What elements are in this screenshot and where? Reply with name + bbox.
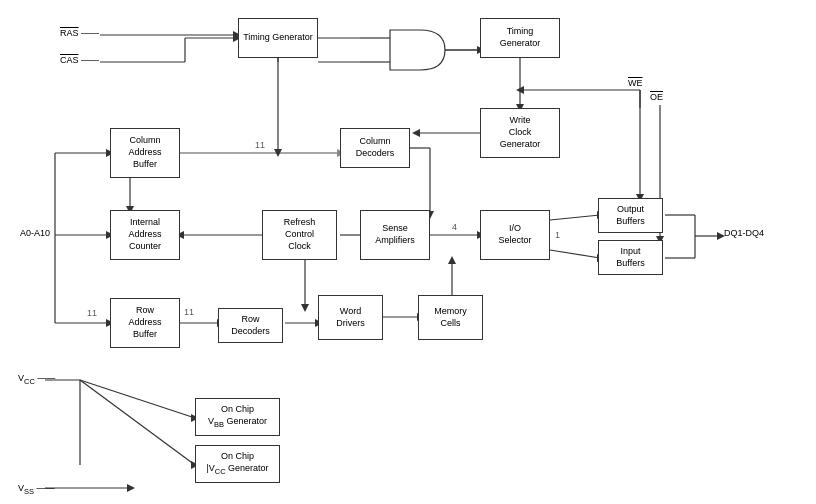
vss-label: VSS —— (18, 483, 55, 497)
svg-text:1: 1 (555, 230, 560, 240)
we-label: WE (628, 78, 643, 90)
onchip-vcc-generator: On Chip|VCC Generator (195, 445, 280, 483)
row-address-buffer: RowAddressBuffer (110, 298, 180, 348)
refresh-control-clock: RefreshControlClock (262, 210, 337, 260)
row-decoders: RowDecoders (218, 308, 283, 343)
svg-line-41 (550, 250, 600, 258)
column-decoders: ColumnDecoders (340, 128, 410, 168)
timing-generator-1: Timing Generator (238, 18, 318, 58)
internal-address-counter: InternalAddressCounter (110, 210, 180, 260)
dq-label: DQ1-DQ4 (724, 228, 764, 240)
oe-label: OE (650, 92, 663, 104)
svg-marker-66 (301, 304, 309, 312)
svg-marker-64 (448, 256, 456, 264)
memory-cells: MemoryCells (418, 295, 483, 340)
svg-text:11: 11 (255, 140, 265, 150)
word-drivers: WordDrivers (318, 295, 383, 340)
column-address-buffer: ColumnAddressBuffer (110, 128, 180, 178)
input-buffers: InputBuffers (598, 240, 663, 275)
svg-text:11: 11 (184, 307, 194, 317)
svg-marker-74 (127, 484, 135, 492)
vcc-label: VCC —— (18, 373, 55, 387)
svg-text:4: 4 (452, 222, 457, 232)
sense-amplifiers: SenseAmplifiers (360, 210, 430, 260)
svg-marker-23 (412, 129, 420, 137)
ras-label: RAS —— (60, 28, 99, 40)
cas-label: CAS —— (60, 55, 99, 67)
svg-text:11: 11 (87, 308, 97, 318)
timing-generator-2: TimingGenerator (480, 18, 560, 58)
onchip-vbb-generator: On ChipVBB Generator (195, 398, 280, 436)
circuit-diagram: 11 4 1 (0, 0, 816, 504)
svg-line-67 (80, 380, 195, 418)
output-buffers: OutputBuffers (598, 198, 663, 233)
svg-line-39 (550, 215, 600, 220)
io-selector: I/OSelector (480, 210, 550, 260)
svg-line-68 (80, 380, 195, 465)
a0-a10-label: A0-A10 (20, 228, 50, 240)
write-clock-generator: WriteClockGenerator (480, 108, 560, 158)
